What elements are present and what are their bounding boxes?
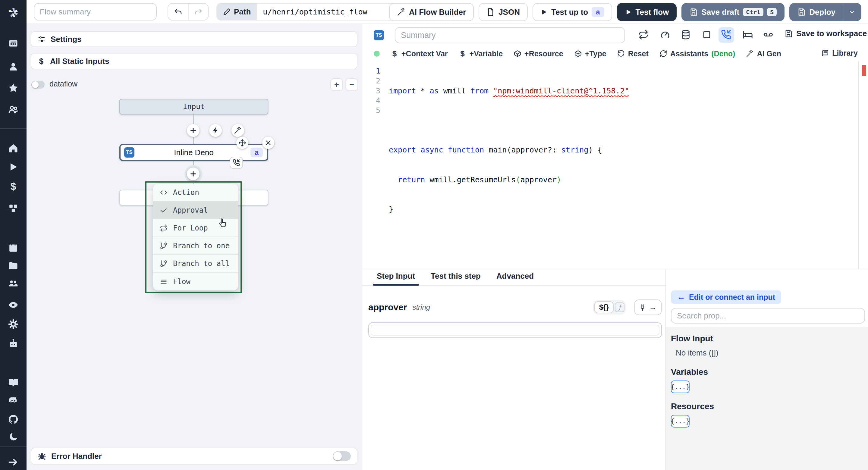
menu-item-approval[interactable]: Approval <box>153 201 238 219</box>
code-line: return wmill.getResumeUrls(approver) <box>389 175 629 185</box>
add-variable-button[interactable]: $ +Variable <box>459 50 503 58</box>
ai-suggest-button[interactable] <box>231 124 244 137</box>
menu-item-branch-to-all[interactable]: Branch to all <box>153 255 238 273</box>
windmill-logo-icon[interactable] <box>6 5 21 20</box>
resources-icon[interactable] <box>8 203 19 214</box>
git-branch-icon <box>160 242 167 250</box>
cache-database-icon[interactable] <box>681 30 691 40</box>
retries-repeat-icon[interactable] <box>638 30 649 40</box>
editor-scrollbar[interactable] <box>858 61 859 269</box>
field-name: approver <box>368 302 407 312</box>
test-up-to-button[interactable]: Test up to a <box>532 3 612 21</box>
add-context-var-button[interactable]: $ +Context Var <box>391 50 448 58</box>
flow-settings-row[interactable]: Settings <box>31 31 358 47</box>
flow-graph-panel: Settings $ All Static Inputs dataflow + … <box>27 24 362 470</box>
all-static-inputs-row[interactable]: $ All Static Inputs <box>31 53 358 69</box>
dark-mode-moon-icon[interactable] <box>8 432 19 442</box>
wand-icon <box>397 8 405 16</box>
chevron-down-icon[interactable] <box>848 8 856 16</box>
menu-item-branch-to-one[interactable]: Branch to one <box>153 237 238 255</box>
sleep-bed-icon[interactable] <box>743 30 753 40</box>
undo-button[interactable] <box>168 4 188 20</box>
home-icon[interactable] <box>8 143 19 154</box>
play-icon <box>540 8 548 15</box>
early-stop-gauge-icon[interactable] <box>660 30 671 40</box>
insert-step-button[interactable] <box>187 167 199 180</box>
runs-play-icon[interactable] <box>8 161 19 173</box>
apps-icon[interactable] <box>8 38 19 49</box>
expand-sidebar-arrow-icon[interactable] <box>8 457 19 468</box>
add-resource-button[interactable]: +Resource <box>514 50 563 58</box>
path-edit-chip[interactable]: Path <box>217 4 257 20</box>
mock-voicemail-icon[interactable] <box>763 30 774 40</box>
trigger-button[interactable] <box>209 124 222 137</box>
menu-item-for-loop[interactable]: For Loop <box>153 219 238 237</box>
phone-incoming-icon <box>233 159 240 166</box>
error-handler-toggle[interactable] <box>333 451 351 461</box>
book-icon <box>821 50 829 57</box>
resources-title: Resources <box>671 402 863 411</box>
dataflow-toggle[interactable] <box>31 81 44 89</box>
tab-step-input[interactable]: Step Input <box>377 272 415 285</box>
library-button[interactable]: Library <box>821 49 858 58</box>
menu-item-action[interactable]: Action <box>153 184 238 201</box>
refresh-icon <box>659 50 667 58</box>
schedules-calendar-icon[interactable] <box>8 242 19 253</box>
discord-icon[interactable] <box>8 395 19 406</box>
node-label: Inline Deno <box>174 148 214 157</box>
input-node[interactable]: Input <box>119 99 268 115</box>
assistants-lang: (Deno) <box>711 50 735 58</box>
error-handler-row[interactable]: Error Handler <box>31 448 358 465</box>
step-summary-input[interactable] <box>395 27 625 43</box>
workers-icon[interactable] <box>8 278 19 289</box>
function-mode-button[interactable]: ƒ <box>615 303 624 312</box>
json-button[interactable]: JSON <box>478 3 528 21</box>
code-editor[interactable]: 1 2 3 4 5 import * as wmill from "npm:wi… <box>362 61 868 269</box>
groups-icon[interactable] <box>8 104 19 115</box>
audit-logs-eye-icon[interactable] <box>8 300 19 310</box>
bolt-icon <box>212 127 219 134</box>
github-icon[interactable] <box>8 414 19 425</box>
variables-dollar-icon[interactable]: $ <box>8 181 19 192</box>
reset-button[interactable]: Reset <box>617 50 649 58</box>
ai-flow-builder-button[interactable]: AI Flow Builder <box>389 3 474 21</box>
variables-object-chip[interactable]: {...} <box>671 380 689 393</box>
flow-input-title: Flow Input <box>671 334 863 343</box>
settings-gear-icon[interactable] <box>8 319 19 330</box>
menu-item-flow[interactable]: Flow <box>153 273 238 290</box>
expr-mode-button[interactable]: ${} <box>594 301 614 313</box>
save-draft-button[interactable]: Save draft Ctrl S <box>681 3 784 21</box>
resources-object-chip[interactable]: {...} <box>671 415 689 428</box>
deploy-button[interactable]: Deploy <box>789 3 861 21</box>
insert-step-button[interactable] <box>187 124 199 137</box>
concurrency-square-icon[interactable] <box>702 30 712 40</box>
assistants-button[interactable]: Assistants (Deno) <box>659 50 735 58</box>
package-icon <box>574 50 582 58</box>
tab-advanced[interactable]: Advanced <box>496 272 534 285</box>
move-node-button[interactable] <box>236 137 248 149</box>
add-type-button[interactable]: +Type <box>574 50 607 58</box>
dollar-icon: $ <box>459 50 467 58</box>
suspend-approval-phone-icon[interactable] <box>718 27 734 43</box>
tab-test-this-step[interactable]: Test this step <box>431 272 481 285</box>
insert-step-menu: Action Approval For Loop Branch to one B… <box>153 184 238 290</box>
connect-input-button[interactable]: → <box>634 300 662 315</box>
path-control[interactable]: Path u/henri/optimistic_flow <box>216 3 400 21</box>
ai-gen-button[interactable]: AI Gen <box>746 50 781 58</box>
search-prop-input[interactable] <box>671 308 865 323</box>
save-to-workspace-button[interactable]: Save to workspace <box>784 29 867 38</box>
delete-node-button[interactable] <box>262 137 274 149</box>
edit-or-connect-button[interactable]: ← Edit or connect an input <box>671 290 781 304</box>
flow-summary-input[interactable] <box>34 3 157 21</box>
test-flow-button[interactable]: Test flow <box>617 3 677 21</box>
zoom-in-button[interactable]: + <box>330 78 343 91</box>
user-icon[interactable] <box>8 61 19 72</box>
ai-robot-icon[interactable] <box>8 338 19 349</box>
zoom-out-button[interactable]: − <box>345 78 358 91</box>
docs-book-icon[interactable] <box>8 377 19 388</box>
favorites-star-icon[interactable] <box>8 83 19 93</box>
redo-button[interactable] <box>188 4 208 20</box>
typescript-badge: TS <box>124 147 134 158</box>
approver-value-input[interactable] <box>368 322 662 338</box>
folders-icon[interactable] <box>8 260 19 271</box>
